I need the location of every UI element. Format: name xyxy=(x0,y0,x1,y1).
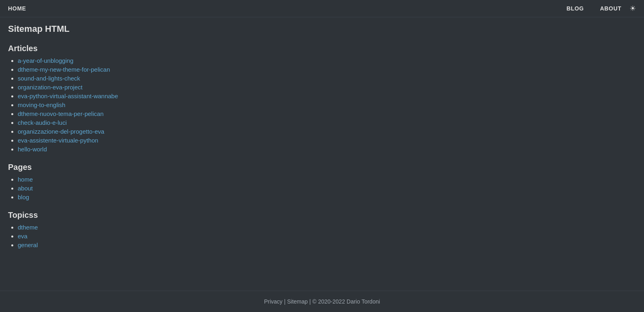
section-2-item-1-link[interactable]: eva xyxy=(18,233,27,240)
section-2-item-0-link[interactable]: dtheme xyxy=(18,224,38,231)
section-0-item-3-link[interactable]: organization-eva-project xyxy=(18,84,83,91)
list-item: eva-assistente-virtuale-python xyxy=(18,137,636,144)
nav-about-link[interactable]: ABOUT xyxy=(600,5,621,12)
section-2-item-2-link[interactable]: general xyxy=(18,242,38,248)
footer: Privacy | Sitemap | © 2020-2022 Dario To… xyxy=(0,291,644,312)
nav-home-link[interactable]: HOME xyxy=(8,5,26,12)
list-item: a-year-of-unblogging xyxy=(18,57,636,64)
section-1-item-0-link[interactable]: home xyxy=(18,176,33,183)
section-0-item-8-link[interactable]: organizzazione-del-progetto-eva xyxy=(18,128,104,135)
section-0-item-9-link[interactable]: eva-assistente-virtuale-python xyxy=(18,137,98,144)
list-item: dtheme-nuovo-tema-per-pelican xyxy=(18,110,636,118)
section-1-item-2-link[interactable]: blog xyxy=(18,194,29,200)
nav-right: BLOG ABOUT ☀ xyxy=(558,4,636,13)
section-0-item-10-link[interactable]: hello-world xyxy=(18,146,47,153)
list-item: check-audio-e-luci xyxy=(18,119,636,126)
list-item: home xyxy=(18,176,636,183)
section-heading-0: Articles xyxy=(8,44,636,53)
section-0-item-5-link[interactable]: moving-to-english xyxy=(18,101,65,108)
list-item: organization-eva-project xyxy=(18,84,636,91)
list-item: sound-and-lights-check xyxy=(18,75,636,82)
footer-privacy-link[interactable]: Privacy xyxy=(264,298,283,305)
section-0-item-2-link[interactable]: sound-and-lights-check xyxy=(18,75,80,82)
sections-container: Articlesa-year-of-unbloggingdtheme-my-ne… xyxy=(8,44,636,249)
theme-toggle-icon[interactable]: ☀ xyxy=(630,4,636,13)
footer-sitemap-link[interactable]: Sitemap xyxy=(287,298,308,305)
list-item: about xyxy=(18,185,636,192)
list-item: general xyxy=(18,242,636,249)
page-title: Sitemap HTML xyxy=(8,24,636,34)
section-0-item-1-link[interactable]: dtheme-my-new-theme-for-pelican xyxy=(18,66,110,73)
section-0-item-6-link[interactable]: dtheme-nuovo-tema-per-pelican xyxy=(18,110,103,117)
section-heading-1: Pages xyxy=(8,163,636,172)
footer-separator-2: | xyxy=(309,298,312,305)
list-item: dtheme-my-new-theme-for-pelican xyxy=(18,66,636,73)
main-content: Sitemap HTML Articlesa-year-of-unbloggin… xyxy=(0,17,644,291)
section-list-2: dthemeevageneral xyxy=(8,224,636,249)
nav-blog-link[interactable]: BLOG xyxy=(566,5,584,12)
nav-left: HOME xyxy=(8,5,26,12)
list-item: eva xyxy=(18,233,636,240)
section-0-item-4-link[interactable]: eva-python-virtual-assistant-wannabe xyxy=(18,93,118,99)
list-item: eva-python-virtual-assistant-wannabe xyxy=(18,93,636,100)
section-list-1: homeaboutblog xyxy=(8,176,636,201)
section-heading-2: Topicss xyxy=(8,211,636,220)
list-item: hello-world xyxy=(18,146,636,153)
section-list-0: a-year-of-unbloggingdtheme-my-new-theme-… xyxy=(8,57,636,153)
list-item: organizzazione-del-progetto-eva xyxy=(18,128,636,135)
section-0-item-0-link[interactable]: a-year-of-unblogging xyxy=(18,57,73,64)
list-item: moving-to-english xyxy=(18,101,636,109)
list-item: blog xyxy=(18,194,636,201)
section-1-item-1-link[interactable]: about xyxy=(18,185,33,192)
section-0-item-7-link[interactable]: check-audio-e-luci xyxy=(18,119,67,126)
list-item: dtheme xyxy=(18,224,636,231)
navbar: HOME BLOG ABOUT ☀ xyxy=(0,0,644,17)
footer-copyright: © 2020-2022 Dario Tordoni xyxy=(312,298,380,305)
